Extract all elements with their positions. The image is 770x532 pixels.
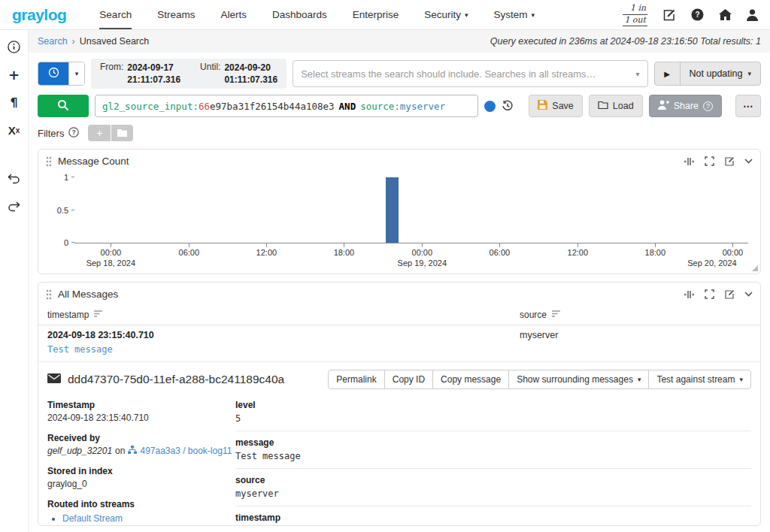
caret-down-icon: ▾ xyxy=(532,11,535,19)
add-filter-button[interactable]: + xyxy=(88,125,111,141)
load-button[interactable]: Load xyxy=(589,95,643,117)
message-row[interactable]: 2024-09-18 23:15:40.710 myserver Test me… xyxy=(38,325,760,362)
nav-system[interactable]: System▾ xyxy=(494,0,535,29)
message-preview: Test message xyxy=(47,344,751,355)
caret-down-icon: ▾ xyxy=(739,376,743,383)
share-user-icon xyxy=(658,100,669,112)
filter-folder-button[interactable] xyxy=(111,125,133,141)
fullscreen-icon[interactable] xyxy=(705,156,714,166)
permalink-button[interactable]: Permalink xyxy=(328,370,384,389)
nav-alerts[interactable]: Alerts xyxy=(220,0,247,29)
user-icon[interactable] xyxy=(747,9,758,21)
timerange-caret-button[interactable]: ▾ xyxy=(68,62,84,85)
search-button[interactable] xyxy=(38,95,89,117)
edit-widget-icon[interactable] xyxy=(724,156,735,167)
share-label: Share xyxy=(674,101,699,111)
copy-message-button[interactable]: Copy message xyxy=(432,370,509,389)
view-description-icon[interactable] xyxy=(6,39,23,54)
field-row: timestamp 2024-09-18 23:15:40.710 xyxy=(235,512,751,526)
throughput-indicator[interactable]: 1 in 1 out xyxy=(623,3,647,27)
query-history-icon[interactable] xyxy=(502,100,514,112)
focus-widget-icon[interactable] xyxy=(684,157,695,166)
focus-widget-icon[interactable] xyxy=(684,290,695,299)
routed-streams-label: Routed into streams xyxy=(47,499,228,509)
breadcrumb-separator: › xyxy=(72,36,75,47)
more-actions-button[interactable]: ⋯ xyxy=(735,95,761,117)
field-value-source: myserver xyxy=(235,488,751,499)
timerange-button[interactable] xyxy=(38,62,68,85)
widget-resize-handle[interactable] xyxy=(752,265,758,271)
fullscreen-icon[interactable] xyxy=(705,289,714,299)
copy-id-label: Copy ID xyxy=(393,374,425,385)
graylog-logo[interactable]: graylog xyxy=(12,6,66,24)
query-field-1: gl2_source_input: xyxy=(102,101,199,112)
stored-index-label: Stored in index xyxy=(47,466,228,476)
share-button[interactable]: Share ? xyxy=(649,95,722,117)
throughput-in: 1 in xyxy=(623,3,647,15)
message-count-chart: 00.51 00:00Sep 18, 202406:0012:0018:0000… xyxy=(38,173,760,274)
collapse-widget-icon[interactable] xyxy=(744,159,753,164)
redo-icon[interactable] xyxy=(6,199,23,214)
drag-handle-icon[interactable] xyxy=(46,289,52,300)
message-source: myserver xyxy=(520,330,751,340)
filters-help-icon[interactable]: ? xyxy=(68,127,79,140)
default-stream-link[interactable]: Default Stream xyxy=(62,513,123,524)
streams-select[interactable]: Select streams the search should include… xyxy=(293,60,647,87)
widget-title: All Messages xyxy=(58,289,118,300)
query-validation-icon[interactable] xyxy=(484,101,496,112)
stored-index-value: graylog_0 xyxy=(47,479,228,489)
fields-icon[interactable]: Xx xyxy=(6,122,23,138)
permalink-label: Permalink xyxy=(336,374,376,385)
message-detail: ddd47370-75d0-11ef-a288-bc241189c40a Per… xyxy=(38,362,760,526)
message-timestamp: 2024-09-18 23:15:40.710 xyxy=(47,330,520,340)
field-name-level[interactable]: level xyxy=(235,400,751,410)
field-name-timestamp[interactable]: timestamp xyxy=(235,512,751,523)
caret-down-icon: ▾ xyxy=(75,70,79,77)
copy-id-button[interactable]: Copy ID xyxy=(384,370,433,389)
refresh-label: Not updating xyxy=(690,68,743,79)
nav-security[interactable]: Security▾ xyxy=(424,0,468,29)
folder-icon xyxy=(117,127,127,139)
timestamp-meta-label: Timestamp xyxy=(47,400,228,410)
caret-down-icon: ▾ xyxy=(747,70,751,77)
undo-icon[interactable] xyxy=(6,171,23,186)
home-icon[interactable] xyxy=(719,9,732,20)
column-header-timestamp[interactable]: timestamp xyxy=(47,310,520,320)
breadcrumb-search-link[interactable]: Search xyxy=(38,36,68,47)
field-name-message[interactable]: message xyxy=(235,437,751,448)
timestamp-column-label: timestamp xyxy=(47,310,89,320)
refresh-interval-button[interactable]: Not updating ▾ xyxy=(681,62,760,85)
nav-dashboards[interactable]: Dashboards xyxy=(272,0,327,29)
test-against-stream-button[interactable]: Test against stream▾ xyxy=(648,370,751,389)
show-surrounding-button[interactable]: Show surrounding messages▾ xyxy=(508,370,649,389)
field-row: source myserver xyxy=(235,475,751,506)
query-input[interactable]: gl2_source_input:66e97ba31f26154b44a108e… xyxy=(95,95,478,117)
collapse-widget-icon[interactable] xyxy=(744,292,753,297)
formatting-icon[interactable]: ¶ xyxy=(6,95,23,110)
play-button[interactable]: ▶ xyxy=(655,62,681,85)
drag-handle-icon[interactable] xyxy=(46,156,52,167)
help-icon[interactable]: ? xyxy=(691,8,704,21)
plus-icon: + xyxy=(96,127,102,139)
nav-enterprise[interactable]: Enterprise xyxy=(353,0,399,29)
column-header-source[interactable]: source xyxy=(520,310,751,320)
filters-buttons: + xyxy=(88,125,133,141)
nav-dashboards-label: Dashboards xyxy=(272,9,327,20)
node-link[interactable]: 497aa3a3 / book-log11 xyxy=(140,446,232,456)
field-name-source[interactable]: source xyxy=(235,475,751,485)
compose-icon[interactable] xyxy=(662,8,676,22)
edit-widget-icon[interactable] xyxy=(724,289,735,300)
nav-enterprise-label: Enterprise xyxy=(353,9,399,20)
nav-streams[interactable]: Streams xyxy=(157,0,195,29)
refresh-controls: ▶ Not updating ▾ xyxy=(654,62,761,86)
create-icon[interactable]: + xyxy=(6,67,23,82)
nav-search[interactable]: Search xyxy=(99,0,132,29)
message-fields: level 5 message Test message source myse… xyxy=(235,400,751,526)
until-label: Until: xyxy=(200,62,220,86)
field-value-message: Test message xyxy=(235,451,751,461)
save-button[interactable]: Save xyxy=(529,95,583,117)
save-icon xyxy=(538,100,547,112)
timerange-button-group: ▾ xyxy=(38,62,85,86)
clock-icon xyxy=(48,67,59,80)
timerange-display[interactable]: From: 2024-09-1721:11:07.316 Until: 2024… xyxy=(91,59,286,89)
